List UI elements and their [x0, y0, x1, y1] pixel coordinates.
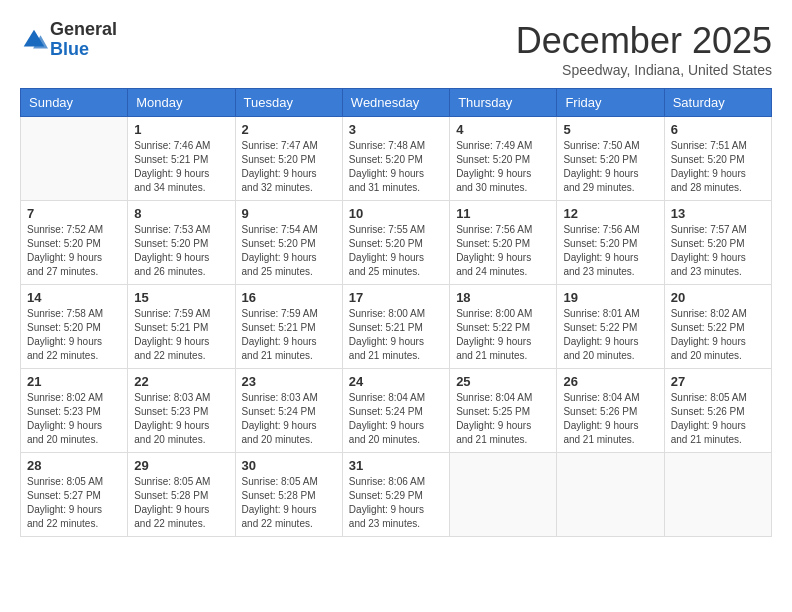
calendar-cell: 1Sunrise: 7:46 AMSunset: 5:21 PMDaylight…	[128, 117, 235, 201]
day-number: 26	[563, 374, 657, 389]
calendar-cell: 10Sunrise: 7:55 AMSunset: 5:20 PMDayligh…	[342, 201, 449, 285]
day-number: 31	[349, 458, 443, 473]
day-info: Sunrise: 8:02 AMSunset: 5:22 PMDaylight:…	[671, 307, 765, 363]
calendar-cell: 30Sunrise: 8:05 AMSunset: 5:28 PMDayligh…	[235, 453, 342, 537]
day-number: 15	[134, 290, 228, 305]
day-number: 12	[563, 206, 657, 221]
day-info: Sunrise: 7:56 AMSunset: 5:20 PMDaylight:…	[456, 223, 550, 279]
day-info: Sunrise: 7:59 AMSunset: 5:21 PMDaylight:…	[242, 307, 336, 363]
day-number: 18	[456, 290, 550, 305]
calendar-cell: 31Sunrise: 8:06 AMSunset: 5:29 PMDayligh…	[342, 453, 449, 537]
day-number: 27	[671, 374, 765, 389]
calendar-cell: 24Sunrise: 8:04 AMSunset: 5:24 PMDayligh…	[342, 369, 449, 453]
day-info: Sunrise: 7:57 AMSunset: 5:20 PMDaylight:…	[671, 223, 765, 279]
week-row-5: 28Sunrise: 8:05 AMSunset: 5:27 PMDayligh…	[21, 453, 772, 537]
logo-text: General Blue	[50, 20, 117, 60]
day-number: 16	[242, 290, 336, 305]
calendar-cell: 11Sunrise: 7:56 AMSunset: 5:20 PMDayligh…	[450, 201, 557, 285]
day-number: 21	[27, 374, 121, 389]
calendar-cell: 27Sunrise: 8:05 AMSunset: 5:26 PMDayligh…	[664, 369, 771, 453]
day-number: 17	[349, 290, 443, 305]
day-info: Sunrise: 8:05 AMSunset: 5:28 PMDaylight:…	[242, 475, 336, 531]
day-number: 23	[242, 374, 336, 389]
day-info: Sunrise: 8:05 AMSunset: 5:27 PMDaylight:…	[27, 475, 121, 531]
calendar-cell: 3Sunrise: 7:48 AMSunset: 5:20 PMDaylight…	[342, 117, 449, 201]
calendar-cell: 28Sunrise: 8:05 AMSunset: 5:27 PMDayligh…	[21, 453, 128, 537]
day-info: Sunrise: 8:04 AMSunset: 5:24 PMDaylight:…	[349, 391, 443, 447]
day-info: Sunrise: 8:05 AMSunset: 5:26 PMDaylight:…	[671, 391, 765, 447]
calendar-cell	[450, 453, 557, 537]
calendar-cell: 12Sunrise: 7:56 AMSunset: 5:20 PMDayligh…	[557, 201, 664, 285]
day-info: Sunrise: 7:53 AMSunset: 5:20 PMDaylight:…	[134, 223, 228, 279]
day-number: 8	[134, 206, 228, 221]
calendar-cell	[664, 453, 771, 537]
day-number: 28	[27, 458, 121, 473]
day-info: Sunrise: 7:50 AMSunset: 5:20 PMDaylight:…	[563, 139, 657, 195]
day-info: Sunrise: 8:04 AMSunset: 5:26 PMDaylight:…	[563, 391, 657, 447]
calendar-cell: 18Sunrise: 8:00 AMSunset: 5:22 PMDayligh…	[450, 285, 557, 369]
title-section: December 2025 Speedway, Indiana, United …	[516, 20, 772, 78]
day-number: 3	[349, 122, 443, 137]
day-number: 9	[242, 206, 336, 221]
day-info: Sunrise: 7:56 AMSunset: 5:20 PMDaylight:…	[563, 223, 657, 279]
week-row-4: 21Sunrise: 8:02 AMSunset: 5:23 PMDayligh…	[21, 369, 772, 453]
day-info: Sunrise: 8:03 AMSunset: 5:23 PMDaylight:…	[134, 391, 228, 447]
calendar-cell: 17Sunrise: 8:00 AMSunset: 5:21 PMDayligh…	[342, 285, 449, 369]
day-info: Sunrise: 7:46 AMSunset: 5:21 PMDaylight:…	[134, 139, 228, 195]
calendar-cell: 25Sunrise: 8:04 AMSunset: 5:25 PMDayligh…	[450, 369, 557, 453]
day-info: Sunrise: 7:52 AMSunset: 5:20 PMDaylight:…	[27, 223, 121, 279]
day-info: Sunrise: 7:58 AMSunset: 5:20 PMDaylight:…	[27, 307, 121, 363]
calendar-cell: 6Sunrise: 7:51 AMSunset: 5:20 PMDaylight…	[664, 117, 771, 201]
calendar-cell: 16Sunrise: 7:59 AMSunset: 5:21 PMDayligh…	[235, 285, 342, 369]
calendar-cell: 26Sunrise: 8:04 AMSunset: 5:26 PMDayligh…	[557, 369, 664, 453]
day-number: 11	[456, 206, 550, 221]
day-number: 2	[242, 122, 336, 137]
weekday-header-thursday: Thursday	[450, 89, 557, 117]
day-number: 25	[456, 374, 550, 389]
weekday-header-sunday: Sunday	[21, 89, 128, 117]
calendar-cell	[21, 117, 128, 201]
day-number: 14	[27, 290, 121, 305]
week-row-1: 1Sunrise: 7:46 AMSunset: 5:21 PMDaylight…	[21, 117, 772, 201]
day-number: 6	[671, 122, 765, 137]
logo-icon	[20, 26, 48, 54]
day-number: 19	[563, 290, 657, 305]
day-number: 7	[27, 206, 121, 221]
calendar-cell	[557, 453, 664, 537]
day-info: Sunrise: 7:54 AMSunset: 5:20 PMDaylight:…	[242, 223, 336, 279]
weekday-header-monday: Monday	[128, 89, 235, 117]
day-number: 13	[671, 206, 765, 221]
weekday-header-wednesday: Wednesday	[342, 89, 449, 117]
day-number: 4	[456, 122, 550, 137]
day-info: Sunrise: 8:05 AMSunset: 5:28 PMDaylight:…	[134, 475, 228, 531]
calendar-cell: 4Sunrise: 7:49 AMSunset: 5:20 PMDaylight…	[450, 117, 557, 201]
calendar-cell: 7Sunrise: 7:52 AMSunset: 5:20 PMDaylight…	[21, 201, 128, 285]
calendar-cell: 2Sunrise: 7:47 AMSunset: 5:20 PMDaylight…	[235, 117, 342, 201]
day-info: Sunrise: 8:04 AMSunset: 5:25 PMDaylight:…	[456, 391, 550, 447]
day-info: Sunrise: 7:48 AMSunset: 5:20 PMDaylight:…	[349, 139, 443, 195]
week-row-3: 14Sunrise: 7:58 AMSunset: 5:20 PMDayligh…	[21, 285, 772, 369]
day-info: Sunrise: 8:02 AMSunset: 5:23 PMDaylight:…	[27, 391, 121, 447]
day-info: Sunrise: 8:01 AMSunset: 5:22 PMDaylight:…	[563, 307, 657, 363]
calendar-table: SundayMondayTuesdayWednesdayThursdayFrid…	[20, 88, 772, 537]
page-header: General Blue December 2025 Speedway, Ind…	[20, 20, 772, 78]
day-number: 20	[671, 290, 765, 305]
day-info: Sunrise: 8:06 AMSunset: 5:29 PMDaylight:…	[349, 475, 443, 531]
day-number: 22	[134, 374, 228, 389]
weekday-header-friday: Friday	[557, 89, 664, 117]
day-number: 5	[563, 122, 657, 137]
logo: General Blue	[20, 20, 117, 60]
day-info: Sunrise: 7:51 AMSunset: 5:20 PMDaylight:…	[671, 139, 765, 195]
day-number: 30	[242, 458, 336, 473]
day-number: 29	[134, 458, 228, 473]
day-info: Sunrise: 7:49 AMSunset: 5:20 PMDaylight:…	[456, 139, 550, 195]
location: Speedway, Indiana, United States	[516, 62, 772, 78]
day-info: Sunrise: 8:03 AMSunset: 5:24 PMDaylight:…	[242, 391, 336, 447]
day-info: Sunrise: 8:00 AMSunset: 5:21 PMDaylight:…	[349, 307, 443, 363]
day-info: Sunrise: 7:47 AMSunset: 5:20 PMDaylight:…	[242, 139, 336, 195]
day-number: 24	[349, 374, 443, 389]
calendar-cell: 5Sunrise: 7:50 AMSunset: 5:20 PMDaylight…	[557, 117, 664, 201]
calendar-cell: 13Sunrise: 7:57 AMSunset: 5:20 PMDayligh…	[664, 201, 771, 285]
calendar-cell: 9Sunrise: 7:54 AMSunset: 5:20 PMDaylight…	[235, 201, 342, 285]
logo-blue: Blue	[50, 40, 117, 60]
